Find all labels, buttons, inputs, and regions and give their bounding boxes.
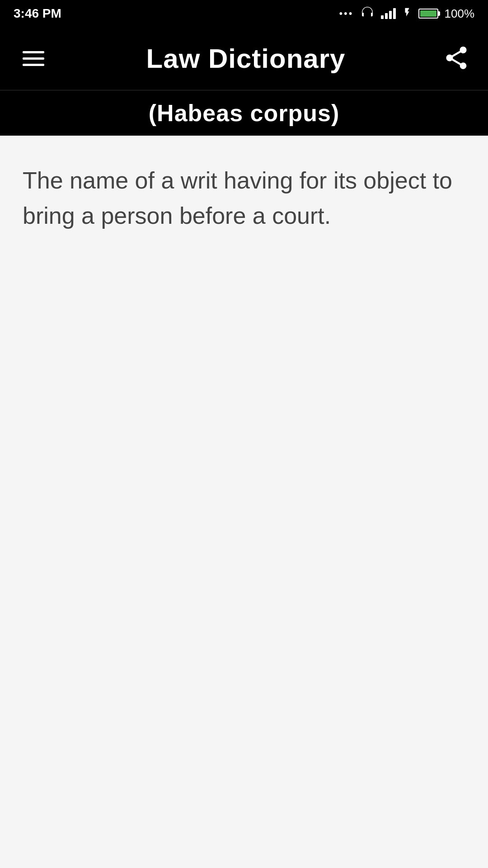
signal-icon	[381, 8, 396, 19]
status-bar: 3:46 PM ••• 100%	[0, 0, 488, 27]
app-bar: Law Dictionary	[0, 27, 488, 90]
more-dots-icon: •••	[339, 8, 353, 19]
term-title: (Habeas corpus)	[149, 99, 339, 127]
term-bar: (Habeas corpus)	[0, 90, 488, 136]
charging-icon	[402, 5, 412, 23]
status-time: 3:46 PM	[14, 6, 61, 21]
menu-button[interactable]	[18, 47, 49, 71]
battery-icon	[418, 9, 438, 19]
battery-percentage: 100%	[445, 7, 475, 21]
headphone-icon	[360, 5, 375, 23]
share-button[interactable]	[443, 44, 470, 73]
status-icons: ••• 100%	[339, 5, 474, 23]
app-title: Law Dictionary	[146, 43, 346, 74]
definition-text: The name of a writ having for its object…	[23, 163, 465, 233]
content-area: The name of a writ having for its object…	[0, 136, 488, 868]
